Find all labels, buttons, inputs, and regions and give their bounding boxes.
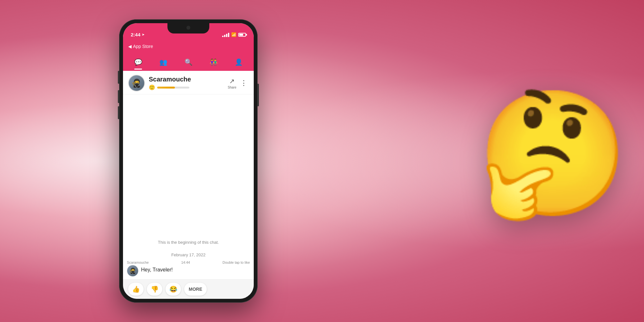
thinking-face-emoji: 🤔	[477, 87, 629, 222]
more-reactions-button[interactable]: MORE	[184, 283, 207, 296]
signal-bar-3	[226, 34, 227, 37]
double-tap-hint: Double tap to like	[223, 260, 250, 264]
battery-fill	[239, 34, 243, 36]
message-avatar: 🥷	[127, 265, 138, 277]
tab-bar: 💬 👥 🔍 👫 👤	[123, 53, 254, 71]
share-icon: ↗	[229, 77, 235, 85]
thumbs-up-icon: 👍	[132, 285, 140, 293]
chat-date: February 17, 2022	[123, 250, 254, 260]
chat-empty-space	[123, 94, 254, 235]
tab-search[interactable]: 🔍	[176, 53, 201, 71]
signal-bar-1	[222, 36, 223, 37]
message-text[interactable]: Hey, Traveler!	[141, 265, 173, 275]
share-button[interactable]: ↗ Share	[228, 77, 236, 89]
profile-bar-wrap: 🙂	[149, 84, 224, 90]
share-label: Share	[228, 86, 236, 89]
groups-tab-icon: 👥	[159, 58, 167, 66]
wifi-icon: 📶	[231, 32, 236, 37]
progress-bar-bg	[157, 87, 189, 89]
tab-groups[interactable]: 👥	[151, 53, 176, 71]
profile-info: Scaramouche 🙂	[149, 76, 224, 90]
tab-people[interactable]: 👫	[201, 53, 226, 71]
laugh-icon: 😂	[169, 285, 177, 293]
chat-beginning-text: This is the beginning of this chat.	[123, 235, 254, 250]
message-time: 14:44	[181, 260, 190, 264]
signal-bar-4	[228, 33, 229, 37]
profile-tab-icon: 👤	[235, 58, 243, 66]
chat-tab-icon: 💬	[134, 58, 142, 66]
avatar-emoji: 🥷	[131, 78, 142, 88]
location-icon: ➤	[142, 33, 145, 37]
status-time: 2:44	[131, 32, 140, 37]
phone-frame: 2:44 ➤ 📶	[119, 19, 258, 303]
signal-bars	[222, 33, 229, 37]
more-options-button[interactable]: ⋮	[239, 78, 249, 89]
reaction-bar: 👍 👎 😂 MORE	[123, 279, 254, 299]
screen-content: 2:44 ➤ 📶	[123, 23, 254, 299]
notch-camera	[186, 26, 190, 30]
reaction-thumbs-down[interactable]: 👎	[147, 283, 162, 296]
message-meta: Scaramouche 14:44 Double tap to like	[123, 260, 254, 265]
progress-bar-fill	[157, 87, 175, 89]
thumbs-down-icon: 👎	[151, 285, 159, 293]
phone-screen: 2:44 ➤ 📶	[123, 23, 254, 299]
thinking-emoji-container: 🤔	[477, 93, 612, 229]
back-nav[interactable]: ◀ App Store	[123, 39, 254, 53]
message-sender: Scaramouche	[127, 260, 149, 264]
battery-icon	[238, 33, 246, 37]
signal-bar-2	[224, 35, 225, 37]
message-avatar-emoji: 🥷	[129, 267, 136, 274]
search-tab-icon: 🔍	[185, 58, 193, 66]
reaction-laugh[interactable]: 😂	[166, 283, 181, 296]
avatar[interactable]: 🥷	[128, 75, 145, 91]
profile-actions: ↗ Share ⋮	[228, 77, 249, 89]
status-right: 📶	[222, 32, 246, 37]
profile-name[interactable]: Scaramouche	[149, 76, 224, 83]
profile-header: 🥷 Scaramouche 🙂 ↗	[123, 71, 254, 94]
mood-emoji: 🙂	[149, 84, 155, 90]
status-bar: 2:44 ➤ 📶	[123, 23, 254, 39]
back-nav-text: ◀ App Store	[128, 44, 153, 49]
message-content: 🥷 Hey, Traveler!	[123, 265, 254, 279]
tab-profile[interactable]: 👤	[226, 53, 251, 71]
back-nav-label: App Store	[133, 44, 153, 49]
people-tab-icon: 👫	[210, 58, 218, 66]
back-arrow-icon: ◀	[128, 44, 132, 49]
phone-wrapper: 2:44 ➤ 📶	[119, 19, 258, 303]
notch	[167, 23, 209, 33]
tab-chat[interactable]: 💬	[126, 53, 151, 71]
reaction-thumbs-up[interactable]: 👍	[128, 283, 144, 296]
chat-scroll: This is the beginning of this chat. Febr…	[123, 94, 254, 279]
